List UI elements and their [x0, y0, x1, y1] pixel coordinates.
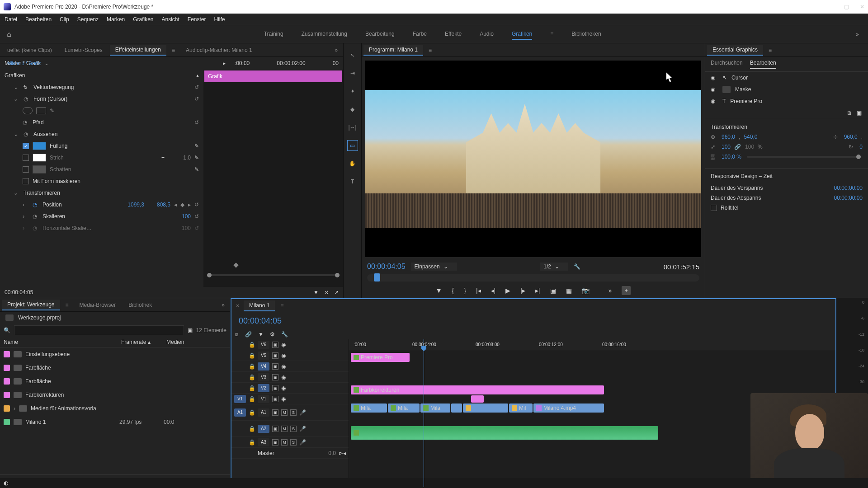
bin-icon[interactable]	[5, 314, 14, 321]
ws-training[interactable]: Training	[264, 29, 283, 40]
outro-duration-value[interactable]: 00:00:00:00	[834, 195, 863, 201]
program-tab[interactable]: Programm: Milano 1	[363, 45, 423, 56]
visibility-icon[interactable]: ◉	[711, 98, 718, 104]
panel-menu-icon[interactable]: ≡	[765, 47, 775, 53]
project-item[interactable]: Farbfläche	[0, 361, 230, 375]
stroke-width[interactable]: 1,0	[168, 155, 191, 161]
extract-icon[interactable]: ▦	[566, 287, 572, 294]
eye-icon[interactable]: ◉	[281, 374, 286, 380]
mark-out-icon[interactable]: }	[464, 287, 466, 294]
track-output-icon[interactable]: ▣	[272, 352, 278, 359]
shadow-color-swatch[interactable]	[33, 165, 46, 174]
eg-anchor[interactable]: 960,0	[844, 134, 858, 140]
visibility-icon[interactable]: ◉	[711, 86, 718, 93]
master-value[interactable]: 0,0	[328, 450, 336, 456]
eyedropper-icon[interactable]: ✎	[194, 143, 199, 149]
zoom-handle[interactable]	[207, 273, 212, 277]
hand-tool-icon[interactable]: ✋	[347, 158, 358, 169]
eye-icon[interactable]: ◉	[281, 385, 286, 391]
label-chip[interactable]	[4, 392, 10, 398]
reset-icon[interactable]: ↺	[194, 96, 199, 102]
lock-icon[interactable]: 🔒	[249, 409, 255, 416]
selection-tool-icon[interactable]: ↖	[347, 50, 358, 61]
step-back-icon[interactable]: ◂|	[491, 287, 496, 294]
clip-mila-4[interactable]	[463, 404, 508, 413]
tab-audio-mixer[interactable]: Audioclip-Mischer: Milano 1	[180, 45, 258, 55]
filter-bin-icon[interactable]: ▣	[188, 327, 193, 333]
reset-icon[interactable]: ↺	[194, 119, 199, 126]
col-name[interactable]: Name	[4, 339, 121, 345]
lock-icon[interactable]: 🔒	[249, 439, 255, 446]
new-layer-icon[interactable]: 🗎	[847, 110, 852, 116]
clip-premiere-pro[interactable]: Premiere Pro	[351, 353, 410, 362]
lock-icon[interactable]: 🔒	[249, 426, 255, 432]
eg-scale-w[interactable]: 100	[722, 144, 731, 150]
ws-menu-icon[interactable]: ≡	[550, 29, 553, 40]
track-v3[interactable]: V3	[258, 373, 269, 381]
tab-source[interactable]: uelle: (keine Clips)	[2, 45, 57, 55]
type-tool-icon[interactable]: T	[347, 176, 358, 187]
twirl-icon[interactable]: ›	[23, 202, 29, 208]
transformieren-label[interactable]: Transformieren	[24, 190, 199, 196]
sequence-clip-label[interactable]: Milano 1 * Grafik	[5, 59, 43, 68]
tl-settings-icon[interactable]: ⚙	[270, 331, 275, 338]
tabs-overflow-icon[interactable]: »	[218, 302, 228, 308]
track-output-icon[interactable]: ▣	[272, 409, 278, 416]
twirl-icon[interactable]: ›	[23, 213, 29, 220]
go-to-out-icon[interactable]: ▸|	[535, 287, 540, 294]
lock-icon[interactable]: 🔒	[249, 374, 255, 380]
project-item[interactable]: Farbkorrekturen	[0, 388, 230, 402]
reset-icon[interactable]: ↺	[194, 213, 199, 220]
mask-checkbox[interactable]	[23, 178, 29, 184]
group-icon[interactable]: ▣	[857, 110, 862, 116]
track-output-icon[interactable]: ▣	[272, 396, 278, 402]
track-output-icon[interactable]: ▣	[272, 439, 278, 446]
lift-icon[interactable]: ▣	[550, 287, 556, 294]
vektorbewegung-label[interactable]: Vektorbewegung	[33, 84, 191, 90]
pfad-label[interactable]: Pfad	[33, 119, 191, 126]
motion-icon[interactable]: ⤭	[324, 289, 329, 296]
col-framerate[interactable]: Framerate ▴	[121, 339, 166, 345]
stopwatch-icon[interactable]: ◔	[23, 119, 29, 126]
eg-pos-y[interactable]: 540,0	[744, 134, 757, 140]
track-v2[interactable]: V2	[258, 384, 269, 392]
mark-in-icon[interactable]: {	[452, 287, 454, 294]
menu-clip[interactable]: Clip	[60, 16, 69, 23]
add-button-icon[interactable]: +	[622, 286, 631, 295]
lock-icon[interactable]: 🔒	[249, 385, 255, 391]
position-x[interactable]: 1099,3	[122, 202, 144, 208]
twirl-icon[interactable]: ⌄	[14, 190, 20, 196]
lock-icon[interactable]: 🔒	[249, 342, 255, 348]
effect-timecode[interactable]: 00:00:04:05	[5, 289, 33, 296]
tab-project[interactable]: Projekt: Werkzeuge	[2, 300, 60, 310]
solo-icon[interactable]: S	[290, 426, 297, 432]
zoom-handle[interactable]	[335, 273, 340, 277]
stopwatch-active-icon[interactable]: ◔	[33, 202, 39, 208]
eg-opacity[interactable]: 100,0 %	[722, 154, 741, 160]
mute-icon[interactable]: M	[281, 409, 288, 416]
zoom-fit-dropdown[interactable]: Einpassen⌄	[411, 263, 457, 271]
export-icon[interactable]: ↗	[334, 289, 339, 296]
program-timecode[interactable]: 00:00:04:05	[367, 263, 406, 271]
play-icon[interactable]: ▶	[505, 287, 510, 294]
keyframe-icon[interactable]	[233, 263, 238, 267]
minimize-icon[interactable]: —	[828, 4, 833, 10]
export-frame-icon[interactable]: 📷	[582, 287, 590, 294]
track-a2[interactable]: A2	[258, 425, 269, 433]
step-forward-icon[interactable]: |▸	[520, 287, 525, 294]
button-editor-icon[interactable]: »	[609, 287, 612, 294]
roll-checkbox[interactable]	[711, 205, 717, 211]
clip-mila-1[interactable]: Mila	[351, 404, 387, 413]
ripple-edit-icon[interactable]: ✦	[347, 86, 358, 97]
fill-color-swatch[interactable]	[33, 142, 46, 150]
ellipse-mask-icon[interactable]	[23, 107, 33, 114]
eg-pos-x[interactable]: 960,0	[722, 134, 735, 140]
track-v6[interactable]: V6	[258, 341, 269, 349]
add-stroke-icon[interactable]: +	[161, 155, 165, 161]
slip-tool-icon[interactable]: |↔|	[347, 122, 358, 133]
filter-icon[interactable]: ▼	[313, 289, 319, 296]
menu-bearbeiten[interactable]: Bearbeiten	[25, 16, 52, 23]
menu-hilfe[interactable]: Hilfe	[214, 16, 225, 23]
pen-mask-icon[interactable]: ✎	[50, 108, 54, 114]
menu-marken[interactable]: Marken	[107, 16, 125, 23]
